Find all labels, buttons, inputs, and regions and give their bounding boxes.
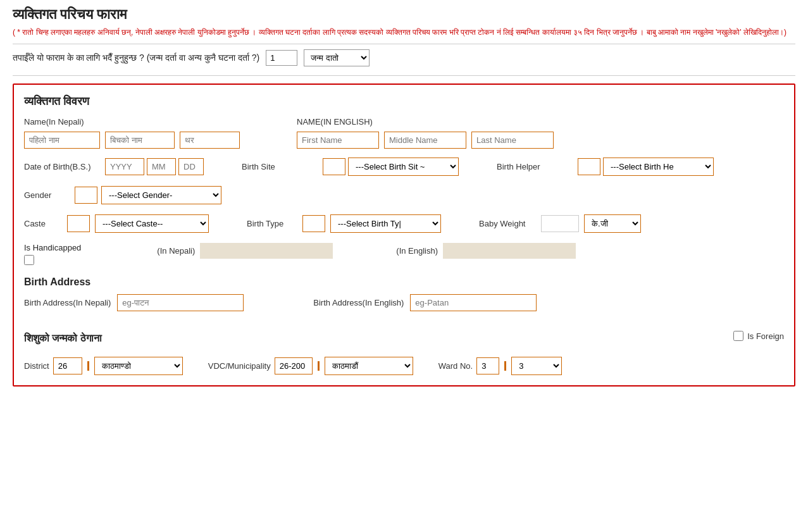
name-nepali-label: Name(In Nepali)	[24, 117, 240, 127]
is-foreign-group: Is Foreign	[733, 331, 784, 341]
caste-label: Caste	[24, 219, 62, 228]
in-english-group: (In English)	[396, 243, 576, 259]
form-purpose-label: तपाईँले यो फाराम के का लागि भदैँ हुनुहुन…	[13, 53, 259, 63]
district-select[interactable]: काठमाण्डो	[94, 357, 183, 375]
birth-type-group: Birth Type ---Select Birth Ty|	[247, 214, 441, 233]
birth-address-nepali-input[interactable]	[117, 294, 244, 311]
ward-code[interactable]	[476, 357, 499, 374]
birth-address-english-group: Birth Address(In English)	[313, 294, 537, 311]
baby-weight-input[interactable]	[541, 215, 579, 232]
middle-name-nepali[interactable]	[105, 132, 175, 149]
form-purpose-select[interactable]: जन्म दातो अन्य घटना दर्ता	[304, 49, 370, 66]
district-field: District काठमाण्डो	[24, 357, 183, 375]
birth-location-header: शिशुको जन्मको ठेगाना Is Foreign	[24, 321, 784, 350]
baby-weight-unit-select[interactable]: के.जी ग्राम	[584, 214, 641, 233]
in-nepali-group: (In Nepali)	[157, 243, 333, 259]
vdc-sep	[318, 361, 320, 371]
is-foreign-label: Is Foreign	[747, 331, 784, 341]
caste-group: Caste ---Select Caste--	[24, 214, 209, 233]
ward-sep	[504, 361, 506, 371]
gender-group: ---Select Gender- पुरुष महिला अन्य	[75, 186, 221, 204]
district-label: District	[24, 361, 49, 371]
name-english-group: NAME(IN ENGLISH)	[297, 117, 554, 149]
notice-text: ( * रातो चिन्ह लगाएका महलहरु अनिवार्य छन…	[13, 27, 795, 44]
birth-site-code[interactable]	[323, 158, 345, 175]
is-foreign-checkbox[interactable]	[733, 331, 743, 341]
vdc-label: VDC/Municipality	[208, 361, 271, 371]
caste-code[interactable]	[67, 215, 90, 232]
ward-field: Ward No. 3	[438, 357, 562, 375]
vdc-select[interactable]: काठमाडौं	[325, 357, 413, 375]
baby-weight-group: Baby Weight के.जी ग्राम	[479, 214, 641, 233]
form-purpose-input[interactable]	[266, 50, 297, 66]
birth-address-nepali-label: Birth Address(In Nepali)	[24, 298, 111, 307]
name-english-label: NAME(IN ENGLISH)	[297, 117, 554, 127]
personal-details-section: व्यक्तिगत विवरण Name(In Nepali) NAME(IN …	[13, 84, 795, 387]
name-nepali-group: Name(In Nepali)	[24, 117, 240, 149]
gender-code[interactable]	[75, 187, 97, 204]
birth-location-title: शिशुको जन्मको ठेगाना	[24, 333, 102, 344]
birth-type-code[interactable]	[302, 215, 325, 232]
district-code[interactable]	[53, 357, 82, 374]
birth-helper-group: Birth Helper ---Select Birth He	[497, 158, 714, 176]
birth-address-nepali-group: Birth Address(In Nepali)	[24, 294, 244, 311]
district-row: District काठमाण्डो VDC/Municipality काठम…	[24, 357, 784, 375]
ward-select[interactable]: 3	[511, 357, 562, 375]
ward-label: Ward No.	[438, 361, 473, 371]
dob-group: Date of Birth(B.S.)	[24, 158, 204, 175]
caste-select[interactable]: ---Select Caste--	[95, 214, 209, 233]
birth-site-label: Birth Site	[242, 162, 318, 171]
birth-helper-code[interactable]	[578, 158, 600, 175]
birth-address-row: Birth Address(In Nepali) Birth Address(I…	[24, 294, 784, 311]
dob-label: Date of Birth(B.S.)	[24, 162, 100, 171]
birth-address-title: Birth Address	[24, 276, 784, 288]
page-title: व्यक्तिगत परिचय फाराम	[13, 6, 795, 23]
gender-select[interactable]: ---Select Gender- पुरुष महिला अन्य	[101, 186, 221, 204]
birth-address-english-label: Birth Address(In English)	[313, 298, 404, 307]
birth-type-label: Birth Type	[247, 219, 297, 228]
baby-weight-label: Baby Weight	[479, 219, 536, 228]
in-nepali-label: (In Nepali)	[157, 246, 195, 256]
birth-helper-label: Birth Helper	[497, 162, 573, 171]
in-english-label: (In English)	[396, 246, 438, 256]
vdc-field: VDC/Municipality काठमाडौं	[208, 357, 413, 375]
is-handicapped-checkbox[interactable]	[24, 255, 34, 265]
middle-name-english[interactable]	[384, 132, 466, 149]
birth-address-english-input[interactable]	[410, 294, 537, 311]
is-handicapped-label: Is Handicapped	[24, 243, 81, 252]
dob-yyyy[interactable]	[105, 158, 144, 175]
birth-site-group: Birth Site ---Select Birth Sit ~	[242, 158, 459, 176]
dob-dd[interactable]	[178, 158, 204, 175]
handicapped-english-input	[443, 243, 576, 259]
birth-helper-select[interactable]: ---Select Birth He	[603, 158, 714, 176]
last-name-english[interactable]	[471, 132, 554, 149]
gender-label: Gender	[24, 190, 68, 200]
first-name-nepali[interactable]	[24, 132, 100, 149]
is-handicapped-group: Is Handicapped	[24, 243, 81, 265]
handicapped-nepali-input	[200, 243, 333, 259]
district-sep	[87, 361, 89, 371]
last-name-nepali[interactable]	[180, 132, 240, 149]
birth-type-select[interactable]: ---Select Birth Ty|	[330, 214, 441, 233]
dob-mm[interactable]	[147, 158, 176, 175]
vdc-code[interactable]	[275, 357, 313, 374]
section-title-personal: व्यक्तिगत विवरण	[24, 95, 784, 108]
birth-site-select[interactable]: ---Select Birth Sit ~	[348, 158, 459, 176]
first-name-english[interactable]	[297, 132, 379, 149]
